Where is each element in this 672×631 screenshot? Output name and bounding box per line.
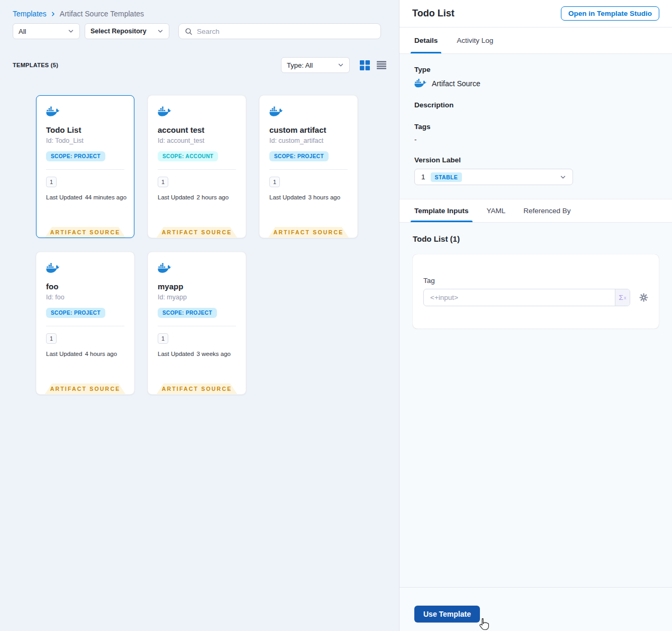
template-card[interactable]: myapp Id: myapp SCOPE: PROJECT 1 Last Up… bbox=[148, 252, 246, 395]
panel-footer: Use Template bbox=[399, 587, 672, 631]
use-template-button[interactable]: Use Template bbox=[414, 606, 480, 623]
tag-label: Tag bbox=[423, 277, 648, 285]
last-updated-label: Last Updated bbox=[158, 351, 194, 357]
breadcrumb-link-templates[interactable]: Templates bbox=[13, 10, 47, 18]
type-filter-select[interactable]: Type: All bbox=[281, 57, 350, 73]
breadcrumb: Templates Artifact Source Templates bbox=[13, 10, 399, 18]
templates-list-panel: Templates Artifact Source Templates All … bbox=[0, 0, 399, 631]
template-card[interactable]: account test Id: account_test SCOPE: ACC… bbox=[148, 95, 246, 238]
chevron-down-icon bbox=[560, 174, 566, 180]
template-card-id: Id: foo bbox=[46, 294, 124, 301]
docker-whale-icon bbox=[46, 106, 60, 117]
tab-activity-log[interactable]: Activity Log bbox=[457, 28, 493, 53]
version-label: Version Label bbox=[414, 156, 657, 164]
template-card[interactable]: foo Id: foo SCOPE: PROJECT 1 Last Update… bbox=[36, 252, 134, 395]
card-divider bbox=[269, 169, 348, 170]
tag-input[interactable] bbox=[424, 289, 615, 306]
filters-row: All Select Repository bbox=[13, 23, 386, 39]
scope-badge: SCOPE: PROJECT bbox=[46, 308, 105, 318]
inputs-tabs: Template Inputs YAML Referenced By bbox=[399, 199, 672, 223]
details-section: Type Artifact Source Description Tags - … bbox=[399, 54, 672, 199]
last-updated-label: Last Updated bbox=[46, 194, 82, 200]
docker-whale-icon bbox=[158, 106, 172, 117]
template-card-id: Id: myapp bbox=[158, 294, 236, 301]
artifact-source-ribbon: ARTIFACT SOURCE bbox=[45, 383, 125, 394]
last-updated-label: Last Updated bbox=[46, 351, 82, 357]
chevron-down-icon bbox=[157, 28, 164, 34]
template-card-id: Id: Todo_List bbox=[46, 137, 124, 144]
open-in-template-studio-button[interactable]: Open in Template Studio bbox=[561, 6, 659, 21]
docker-whale-icon bbox=[46, 263, 60, 273]
description-label: Description bbox=[414, 101, 657, 109]
tag-input-wrap: Σx bbox=[423, 289, 630, 306]
panel-header: Todo List Open in Template Studio bbox=[399, 0, 672, 28]
tab-referenced-by[interactable]: Referenced By bbox=[523, 199, 570, 222]
last-updated-value: 3 hours ago bbox=[308, 194, 340, 200]
search-input[interactable] bbox=[197, 28, 375, 35]
repository-filter-value: Select Repository bbox=[90, 28, 147, 35]
chevron-down-icon bbox=[68, 28, 74, 34]
gear-icon[interactable] bbox=[639, 293, 648, 302]
version-count-chip: 1 bbox=[158, 177, 168, 187]
template-card-title: custom artifact bbox=[269, 125, 348, 134]
chevron-down-icon bbox=[338, 62, 344, 68]
breadcrumb-current: Artifact Source Templates bbox=[60, 10, 144, 18]
templates-grid: Todo List Id: Todo_List SCOPE: PROJECT 1… bbox=[36, 95, 399, 395]
grid-view-icon[interactable] bbox=[360, 60, 370, 70]
docker-whale-icon bbox=[269, 106, 284, 117]
version-count-chip: 1 bbox=[158, 333, 168, 344]
chevron-right-icon bbox=[50, 11, 56, 17]
last-updated-value: 4 hours ago bbox=[85, 351, 117, 357]
artifact-source-ribbon: ARTIFACT SOURCE bbox=[157, 227, 237, 237]
template-inputs-section: Todo List (1) Tag Σx bbox=[399, 223, 672, 587]
scope-badge: SCOPE: PROJECT bbox=[269, 151, 329, 161]
artifact-source-ribbon: ARTIFACT SOURCE bbox=[268, 227, 349, 237]
tab-details[interactable]: Details bbox=[414, 28, 438, 53]
type-label: Type bbox=[414, 66, 657, 74]
template-card[interactable]: Todo List Id: Todo_List SCOPE: PROJECT 1… bbox=[36, 95, 134, 238]
template-card-title: foo bbox=[46, 282, 124, 291]
last-updated-label: Last Updated bbox=[269, 194, 305, 200]
scope-badge: SCOPE: PROJECT bbox=[46, 151, 105, 161]
search-box bbox=[178, 23, 381, 39]
card-divider bbox=[46, 326, 124, 326]
inputs-card: Tag Σx bbox=[413, 254, 659, 328]
version-select[interactable]: 1 STABLE bbox=[414, 169, 573, 185]
last-updated-value: 3 weeks ago bbox=[196, 351, 231, 357]
template-card[interactable]: custom artifact Id: custom_artifact SCOP… bbox=[259, 95, 358, 238]
tags-value: - bbox=[414, 135, 657, 143]
list-view-icon[interactable] bbox=[377, 61, 386, 69]
artifact-source-ribbon: ARTIFACT SOURCE bbox=[45, 227, 125, 237]
app-screen: Templates Artifact Source Templates All … bbox=[0, 0, 672, 631]
type-value: Artifact Source bbox=[432, 79, 480, 88]
tab-yaml[interactable]: YAML bbox=[487, 199, 506, 222]
card-divider bbox=[46, 169, 124, 170]
panel-title: Todo List bbox=[412, 8, 455, 19]
tab-template-inputs[interactable]: Template Inputs bbox=[414, 199, 469, 222]
scope-badge: SCOPE: PROJECT bbox=[158, 308, 217, 318]
search-icon bbox=[185, 28, 193, 35]
repository-filter-select[interactable]: Select Repository bbox=[85, 23, 169, 39]
template-card-title: Todo List bbox=[46, 125, 124, 134]
details-tabs: Details Activity Log bbox=[399, 28, 672, 54]
scope-badge: SCOPE: ACCOUNT bbox=[158, 151, 218, 161]
tags-label: Tags bbox=[414, 123, 657, 131]
template-card-id: Id: custom_artifact bbox=[269, 137, 348, 144]
template-card-id: Id: account_test bbox=[158, 137, 236, 144]
template-details-panel: Todo List Open in Template Studio Detail… bbox=[399, 0, 672, 631]
sigma-expression-icon[interactable]: Σx bbox=[615, 289, 630, 306]
template-card-title: myapp bbox=[158, 282, 236, 291]
version-count-chip: 1 bbox=[46, 333, 57, 344]
version-count-chip: 1 bbox=[269, 177, 280, 187]
last-updated-label: Last Updated bbox=[158, 194, 194, 200]
last-updated-value: 2 hours ago bbox=[196, 194, 229, 200]
scope-filter-select[interactable]: All bbox=[13, 23, 80, 39]
artifact-source-ribbon: ARTIFACT SOURCE bbox=[157, 383, 237, 394]
inputs-title: Todo List (1) bbox=[413, 234, 659, 243]
list-header: TEMPLATES (5) Type: All bbox=[13, 57, 386, 73]
version-value: 1 bbox=[421, 173, 425, 181]
docker-whale-icon bbox=[414, 79, 427, 88]
scope-filter-value: All bbox=[19, 28, 26, 35]
last-updated-value: 44 minutes ago bbox=[85, 194, 126, 200]
templates-count-label: TEMPLATES (5) bbox=[13, 62, 58, 68]
